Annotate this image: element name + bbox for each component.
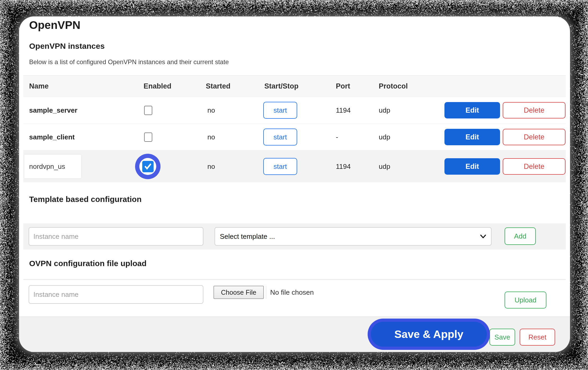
port-value: 1194 [336, 97, 379, 124]
template-section-heading: Template based configuration [29, 195, 142, 204]
column-header-start-stop: Start/Stop [264, 76, 336, 97]
instances-table: Name Enabled Started Start/Stop Port Pro… [23, 75, 566, 182]
protocol-value: udp [379, 124, 444, 150]
screenshot-stage: OpenVPN OpenVPN instances Below is a lis… [0, 0, 588, 370]
protocol-value: udp [379, 97, 444, 124]
enabled-checkbox[interactable] [144, 106, 152, 115]
chevron-down-icon [480, 234, 486, 239]
file-input-divider [266, 286, 266, 299]
no-file-chosen-text: No file chosen [270, 286, 314, 299]
delete-button[interactable]: Delete [503, 129, 565, 145]
upload-instance-name-input[interactable] [29, 285, 203, 304]
checkmark-icon [144, 163, 152, 170]
column-header-started: Started [206, 76, 264, 97]
save-apply-highlight-ring: Save & Apply [368, 319, 490, 350]
started-value: no [206, 97, 264, 124]
instance-name: sample_server [23, 97, 144, 124]
port-value: 1194 [336, 151, 379, 182]
click-highlight-ring [135, 154, 161, 179]
template-select-value: Select template ... [220, 232, 275, 241]
table-row-highlighted: nordvpn_us no start [23, 151, 566, 182]
reset-button[interactable]: Reset [520, 329, 555, 346]
column-header-port: Port [336, 76, 379, 97]
port-value: - [336, 124, 379, 150]
instance-name: nordvpn_us [24, 155, 81, 178]
start-button[interactable]: start [263, 102, 297, 119]
delete-button[interactable]: Delete [503, 158, 565, 175]
upload-button[interactable]: Upload [505, 292, 546, 309]
add-button[interactable]: Add [505, 227, 536, 245]
edit-button[interactable]: Edit [444, 158, 500, 175]
table-header-row: Name Enabled Started Start/Stop Port Pro… [23, 75, 566, 97]
start-button[interactable]: start [263, 129, 297, 146]
openvpn-page-card: OpenVPN OpenVPN instances Below is a lis… [19, 16, 570, 352]
page-title: OpenVPN [29, 19, 81, 32]
instance-name: sample_client [23, 124, 144, 150]
table-row: sample_server no start 1194 udp Edit Del… [23, 97, 566, 124]
instances-description: Below is a list of configured OpenVPN in… [29, 58, 229, 66]
save-apply-button[interactable]: Save & Apply [371, 322, 487, 347]
started-value: no [206, 151, 264, 182]
table-row: sample_client no start - udp Edit Delete [23, 124, 566, 151]
upload-section-heading: OVPN configuration file upload [29, 259, 146, 268]
column-header-actions [444, 76, 566, 97]
enabled-checkbox[interactable] [144, 133, 152, 142]
edit-button[interactable]: Edit [444, 129, 500, 145]
protocol-value: udp [379, 151, 444, 182]
template-instance-name-input[interactable] [29, 227, 203, 246]
delete-button[interactable]: Delete [503, 102, 565, 118]
started-value: no [206, 124, 264, 150]
column-header-enabled: Enabled [144, 76, 206, 97]
column-header-protocol: Protocol [379, 76, 444, 97]
save-button[interactable]: Save [489, 329, 515, 346]
edit-button[interactable]: Edit [444, 102, 500, 118]
enabled-checkbox-checked[interactable] [142, 161, 154, 172]
section-divider [23, 279, 566, 280]
instances-heading: OpenVPN instances [29, 41, 105, 51]
start-button[interactable]: start [263, 158, 297, 175]
choose-file-button[interactable]: Choose File [213, 286, 264, 299]
column-header-name: Name [23, 76, 144, 97]
template-select[interactable]: Select template ... [215, 227, 492, 246]
template-config-row: Select template ... Add [23, 223, 566, 249]
